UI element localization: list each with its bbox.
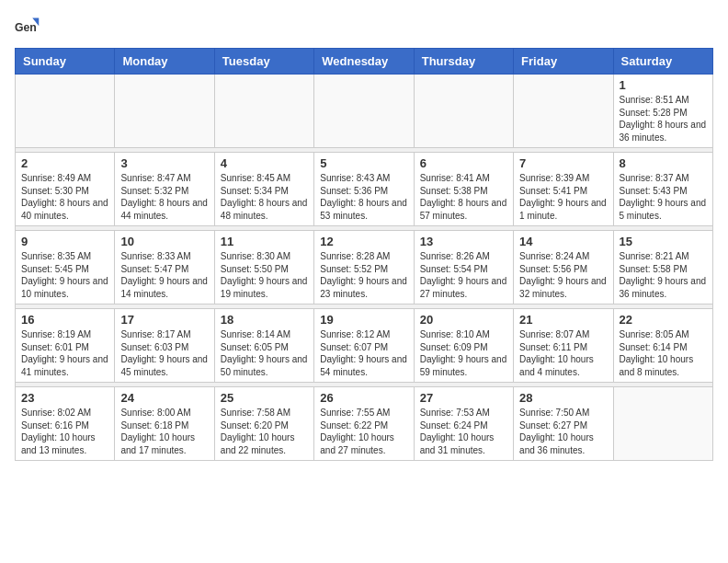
- calendar-cell: 22Sunrise: 8:05 AM Sunset: 6:14 PM Dayli…: [613, 309, 712, 383]
- day-info: Sunrise: 8:07 AM Sunset: 6:11 PM Dayligh…: [519, 328, 607, 378]
- calendar-cell: 8Sunrise: 8:37 AM Sunset: 5:43 PM Daylig…: [613, 153, 712, 226]
- calendar-cell: 21Sunrise: 8:07 AM Sunset: 6:11 PM Dayli…: [514, 309, 613, 383]
- day-info: Sunrise: 8:19 AM Sunset: 6:01 PM Dayligh…: [21, 328, 108, 378]
- day-number: 1: [620, 78, 707, 92]
- day-number: 10: [120, 235, 208, 248]
- weekday-header-friday: Friday: [514, 49, 613, 75]
- day-number: 9: [21, 235, 108, 248]
- weekday-header-thursday: Thursday: [414, 49, 513, 75]
- calendar-cell: 16Sunrise: 8:19 AM Sunset: 6:01 PM Dayli…: [16, 309, 115, 383]
- calendar-cell: 13Sunrise: 8:26 AM Sunset: 5:54 PM Dayli…: [414, 231, 513, 304]
- logo-icon: Gen: [15, 15, 40, 40]
- calendar-cell: 1Sunrise: 8:51 AM Sunset: 5:28 PM Daylig…: [613, 75, 712, 148]
- calendar-cell: 6Sunrise: 8:41 AM Sunset: 5:38 PM Daylig…: [414, 153, 513, 226]
- logo: Gen: [15, 15, 44, 40]
- day-info: Sunrise: 8:00 AM Sunset: 6:18 PM Dayligh…: [120, 407, 208, 456]
- day-info: Sunrise: 8:21 AM Sunset: 5:58 PM Dayligh…: [620, 250, 707, 300]
- day-number: 26: [320, 391, 407, 405]
- calendar-cell: 24Sunrise: 8:00 AM Sunset: 6:18 PM Dayli…: [115, 387, 214, 461]
- week-row-5: 23Sunrise: 8:02 AM Sunset: 6:16 PM Dayli…: [16, 387, 713, 461]
- day-number: 28: [519, 391, 607, 405]
- calendar-cell: [414, 75, 513, 148]
- calendar-cell: 15Sunrise: 8:21 AM Sunset: 5:58 PM Dayli…: [613, 231, 712, 304]
- day-info: Sunrise: 8:39 AM Sunset: 5:41 PM Dayligh…: [519, 172, 607, 222]
- calendar-cell: 25Sunrise: 7:58 AM Sunset: 6:20 PM Dayli…: [214, 387, 313, 461]
- calendar-cell: 2Sunrise: 8:49 AM Sunset: 5:30 PM Daylig…: [16, 153, 115, 226]
- calendar-cell: [16, 75, 115, 148]
- day-info: Sunrise: 8:10 AM Sunset: 6:09 PM Dayligh…: [420, 328, 507, 378]
- weekday-header-tuesday: Tuesday: [214, 49, 313, 75]
- day-info: Sunrise: 8:47 AM Sunset: 5:32 PM Dayligh…: [120, 172, 208, 222]
- calendar-cell: 5Sunrise: 8:43 AM Sunset: 5:36 PM Daylig…: [314, 153, 414, 226]
- day-info: Sunrise: 7:58 AM Sunset: 6:20 PM Dayligh…: [221, 407, 308, 456]
- day-info: Sunrise: 8:14 AM Sunset: 6:05 PM Dayligh…: [221, 328, 308, 378]
- day-number: 15: [620, 235, 707, 248]
- day-info: Sunrise: 8:02 AM Sunset: 6:16 PM Dayligh…: [21, 407, 108, 456]
- day-info: Sunrise: 8:37 AM Sunset: 5:43 PM Dayligh…: [620, 172, 707, 222]
- calendar-cell: 12Sunrise: 8:28 AM Sunset: 5:52 PM Dayli…: [314, 231, 414, 304]
- calendar-cell: 27Sunrise: 7:53 AM Sunset: 6:24 PM Dayli…: [414, 387, 513, 461]
- day-number: 4: [221, 156, 308, 170]
- header: Gen: [15, 15, 713, 40]
- day-number: 6: [420, 156, 507, 170]
- day-number: 5: [320, 156, 407, 170]
- day-number: 3: [120, 156, 208, 170]
- calendar-cell: 23Sunrise: 8:02 AM Sunset: 6:16 PM Dayli…: [16, 387, 115, 461]
- day-info: Sunrise: 8:51 AM Sunset: 5:28 PM Dayligh…: [620, 94, 707, 144]
- day-info: Sunrise: 8:43 AM Sunset: 5:36 PM Dayligh…: [320, 172, 407, 222]
- calendar-cell: [613, 387, 712, 461]
- weekday-header-monday: Monday: [115, 49, 214, 75]
- day-info: Sunrise: 8:17 AM Sunset: 6:03 PM Dayligh…: [120, 328, 208, 378]
- day-number: 18: [221, 313, 308, 327]
- day-number: 25: [221, 391, 308, 405]
- day-info: Sunrise: 8:41 AM Sunset: 5:38 PM Dayligh…: [420, 172, 507, 222]
- day-info: Sunrise: 8:45 AM Sunset: 5:34 PM Dayligh…: [221, 172, 308, 222]
- day-number: 2: [21, 156, 108, 170]
- day-info: Sunrise: 8:49 AM Sunset: 5:30 PM Dayligh…: [21, 172, 108, 222]
- calendar-cell: 26Sunrise: 7:55 AM Sunset: 6:22 PM Dayli…: [314, 387, 414, 461]
- day-info: Sunrise: 7:55 AM Sunset: 6:22 PM Dayligh…: [320, 407, 407, 456]
- day-info: Sunrise: 8:24 AM Sunset: 5:56 PM Dayligh…: [519, 250, 607, 300]
- weekday-header-sunday: Sunday: [16, 49, 115, 75]
- week-row-3: 9Sunrise: 8:35 AM Sunset: 5:45 PM Daylig…: [16, 231, 713, 304]
- calendar-cell: [115, 75, 214, 148]
- calendar-cell: 3Sunrise: 8:47 AM Sunset: 5:32 PM Daylig…: [115, 153, 214, 226]
- weekday-header-wednesday: Wednesday: [314, 49, 414, 75]
- calendar-cell: 10Sunrise: 8:33 AM Sunset: 5:47 PM Dayli…: [115, 231, 214, 304]
- calendar: SundayMondayTuesdayWednesdayThursdayFrid…: [15, 48, 713, 461]
- day-number: 19: [320, 313, 407, 327]
- day-info: Sunrise: 8:35 AM Sunset: 5:45 PM Dayligh…: [21, 250, 108, 300]
- calendar-cell: 14Sunrise: 8:24 AM Sunset: 5:56 PM Dayli…: [514, 231, 613, 304]
- day-number: 20: [420, 313, 507, 327]
- day-number: 13: [420, 235, 507, 248]
- day-number: 27: [420, 391, 507, 405]
- calendar-cell: 9Sunrise: 8:35 AM Sunset: 5:45 PM Daylig…: [16, 231, 115, 304]
- calendar-cell: [314, 75, 414, 148]
- day-number: 17: [120, 313, 208, 327]
- day-info: Sunrise: 8:12 AM Sunset: 6:07 PM Dayligh…: [320, 328, 407, 378]
- day-info: Sunrise: 8:26 AM Sunset: 5:54 PM Dayligh…: [420, 250, 507, 300]
- day-number: 11: [221, 235, 308, 248]
- calendar-cell: 18Sunrise: 8:14 AM Sunset: 6:05 PM Dayli…: [214, 309, 313, 383]
- day-number: 21: [519, 313, 607, 327]
- day-number: 23: [21, 391, 108, 405]
- weekday-header-saturday: Saturday: [613, 49, 712, 75]
- calendar-cell: 7Sunrise: 8:39 AM Sunset: 5:41 PM Daylig…: [514, 153, 613, 226]
- svg-text:Gen: Gen: [15, 21, 37, 34]
- calendar-cell: 4Sunrise: 8:45 AM Sunset: 5:34 PM Daylig…: [214, 153, 313, 226]
- day-info: Sunrise: 8:33 AM Sunset: 5:47 PM Dayligh…: [120, 250, 208, 300]
- day-info: Sunrise: 8:05 AM Sunset: 6:14 PM Dayligh…: [620, 328, 707, 378]
- calendar-cell: 19Sunrise: 8:12 AM Sunset: 6:07 PM Dayli…: [314, 309, 414, 383]
- weekday-header-row: SundayMondayTuesdayWednesdayThursdayFrid…: [16, 49, 713, 75]
- day-number: 16: [21, 313, 108, 327]
- day-number: 14: [519, 235, 607, 248]
- day-number: 22: [620, 313, 707, 327]
- day-info: Sunrise: 7:50 AM Sunset: 6:27 PM Dayligh…: [519, 407, 607, 456]
- day-info: Sunrise: 7:53 AM Sunset: 6:24 PM Dayligh…: [420, 407, 507, 456]
- calendar-cell: 11Sunrise: 8:30 AM Sunset: 5:50 PM Dayli…: [214, 231, 313, 304]
- day-number: 24: [120, 391, 208, 405]
- week-row-4: 16Sunrise: 8:19 AM Sunset: 6:01 PM Dayli…: [16, 309, 713, 383]
- day-info: Sunrise: 8:30 AM Sunset: 5:50 PM Dayligh…: [221, 250, 308, 300]
- calendar-cell: 17Sunrise: 8:17 AM Sunset: 6:03 PM Dayli…: [115, 309, 214, 383]
- day-number: 7: [519, 156, 607, 170]
